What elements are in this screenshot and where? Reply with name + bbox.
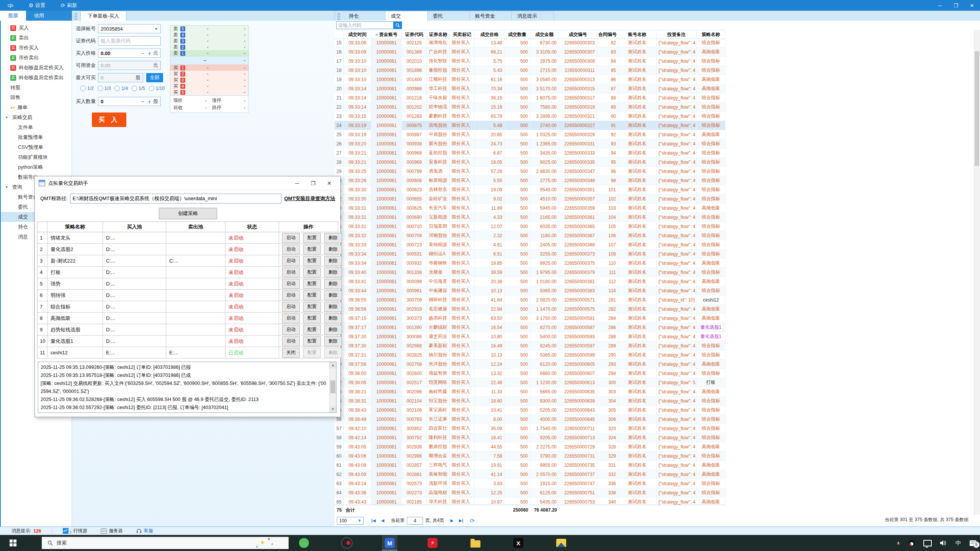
- table-row[interactable]: 3309:33:3110000061000625长安汽车限价买入11.89500…: [335, 204, 725, 213]
- sidebar-item-市价卖出[interactable]: 卖市价卖出: [1, 53, 72, 63]
- table-row[interactable]: 5309:38:2110000061002096南岭民爆限价买入11.33500…: [335, 387, 725, 396]
- table-row[interactable]: 4509:37:1510000061300373扬杰科技限价买入63.50500…: [335, 314, 725, 323]
- table-row[interactable]: 5109:38:0010000061002600领益智造限价买入13.32500…: [335, 369, 725, 378]
- 启动-button[interactable]: 启动: [282, 267, 300, 277]
- table-row[interactable]: 5709:42:1010000061300852四会富仕限价买入35.08500…: [335, 424, 725, 433]
- strategy-row[interactable]: 2量化选股2D:...未启动启动配置删除: [38, 244, 338, 255]
- buy-level-2[interactable]: 买2--: [170, 71, 248, 77]
- table-row[interactable]: 2709:33:2110000061000968蓝焰控股限价买入6.875003…: [335, 148, 725, 158]
- market-source-item[interactable]: 3 行情源: [63, 528, 87, 534]
- table-row[interactable]: 4109:33:4110000061000099中信海直限价买入20.36500…: [335, 277, 725, 286]
- table-row[interactable]: 4209:33:4410000061000961中南建设限价买入10.13500…: [335, 286, 725, 295]
- sidebar-item-python策略[interactable]: python策略: [1, 162, 72, 172]
- 配置-button[interactable]: 配置: [303, 313, 321, 323]
- 配置-button[interactable]: 配置: [303, 233, 321, 243]
- table-row[interactable]: 6209:43:0910000061002881美格智能限价买入41.14500…: [335, 470, 725, 479]
- qty-input[interactable]: 0−+股: [98, 97, 161, 106]
- app-capcut-icon[interactable]: X: [511, 535, 526, 551]
- table-row[interactable]: 2009:33:1410000061000988华工科技限价买入70.34500…: [335, 84, 725, 93]
- 删除-button[interactable]: 删除: [324, 245, 342, 254]
- tab-credit[interactable]: 信用: [26, 11, 52, 21]
- table-row[interactable]: 1909:33:1010000061001400江顺科技限价买入61.16500…: [335, 75, 725, 84]
- code-input[interactable]: 输入股票代码: [98, 36, 161, 46]
- table-row[interactable]: 3009:33:2610000061000608银星能源限价买入5.555002…: [335, 176, 725, 185]
- strategy-row[interactable]: 9趋势短线选股D:...未启动启动配置删除: [38, 324, 338, 336]
- sell-level-1[interactable]: 卖1--: [170, 50, 248, 56]
- 删除-button[interactable]: 删除: [324, 233, 342, 243]
- table-row[interactable]: 3409:33:3110000061000690宝新能源限价买入4.335002…: [335, 213, 725, 222]
- dialog-minimize-button[interactable]: ─: [289, 180, 305, 186]
- sidebar-item-策略交易[interactable]: ▼策略交易: [1, 112, 72, 122]
- table-row[interactable]: 5609:38:4910000061000783长江证券限价买入8.005004…: [335, 415, 725, 424]
- strategy-row[interactable]: 3新-测试222C:...C:...未启动启动配置删除: [38, 255, 338, 267]
- table-row[interactable]: 3609:33:3210000061000709河钢股份限价买入2.325001…: [335, 231, 725, 240]
- tab-持仓[interactable]: 持仓: [343, 11, 385, 21]
- 配置-button[interactable]: 配置: [303, 325, 321, 335]
- log-scrollbar-thumb[interactable]: [330, 380, 335, 393]
- scroll-down-icon[interactable]: ▼: [330, 406, 336, 412]
- search-button[interactable]: [394, 21, 402, 29]
- customer-service-item[interactable]: 客服: [136, 528, 153, 534]
- copilot-icon[interactable]: ✦: [260, 539, 265, 547]
- tab-stock[interactable]: 股票: [0, 11, 26, 21]
- 配置-button[interactable]: 配置: [303, 256, 321, 266]
- sell-level-3[interactable]: 卖3--: [170, 38, 248, 44]
- strategy-row[interactable]: 10量化选股1D:...未启动启动配置删除: [38, 336, 338, 347]
- table-row[interactable]: 6009:43:0610000061002996顺博合金限价买入7.585003…: [335, 452, 725, 461]
- 删除-button[interactable]: 删除: [324, 302, 342, 312]
- dialog-maximize-button[interactable]: ❐: [305, 180, 321, 186]
- app-capcut-red-icon[interactable]: ⚡: [425, 535, 440, 551]
- 删除-button[interactable]: 删除: [324, 313, 342, 323]
- maximize-button[interactable]: ❐: [948, 0, 964, 11]
- network-icon[interactable]: [923, 540, 932, 546]
- sell-level-2[interactable]: 卖2--: [170, 44, 248, 50]
- 删除-button[interactable]: 删除: [324, 336, 342, 346]
- price-plus-button[interactable]: +: [148, 51, 151, 56]
- sidebar-item-转股[interactable]: 转股: [1, 83, 72, 93]
- server-item[interactable]: 服务器: [101, 528, 122, 534]
- tab-账号资金[interactable]: 账号资金: [470, 11, 512, 21]
- table-row[interactable]: 4709:37:3010000061300086康芝药业限价买入10.80500…: [335, 332, 725, 341]
- 启动-button[interactable]: 启动: [282, 279, 300, 289]
- sell-level-5[interactable]: 卖5--: [170, 26, 248, 32]
- strategy-row[interactable]: 11ceshi12E:...E:...已启动关闭配置删除: [38, 347, 338, 359]
- log-scrollbar[interactable]: ▲ ▼: [329, 362, 336, 412]
- sidebar-item-卖出[interactable]: 卖卖出: [1, 33, 72, 43]
- table-row[interactable]: 4909:37:3110000061002825纳尔股份限价买入10.13500…: [335, 350, 725, 360]
- sidebar-item-科创板盘后定价卖出[interactable]: 卖科创板盘后定价卖出: [1, 73, 72, 83]
- last-page-button[interactable]: ▶|: [459, 518, 464, 523]
- 启动-button[interactable]: 启动: [282, 336, 300, 346]
- create-strategy-button[interactable]: 创建策略: [159, 208, 217, 219]
- 启动-button[interactable]: 启动: [282, 233, 300, 243]
- fraction-option-1/3[interactable]: 1/3: [98, 86, 111, 91]
- table-row[interactable]: 2209:33:1410000061001202炬申物流限价买入15.16500…: [335, 103, 725, 112]
- 删除-button[interactable]: 删除: [324, 267, 342, 277]
- 配置-button[interactable]: 配置: [303, 302, 321, 312]
- sidebar-item-撤单[interactable]: ↩撤单: [1, 103, 72, 112]
- search-input[interactable]: 请输入代码: [336, 21, 394, 29]
- buy-level-3[interactable]: 买3--: [170, 77, 248, 83]
- table-row[interactable]: 4409:36:5610000061002919名臣健康限价买入22.94500…: [335, 305, 725, 314]
- 配置-button[interactable]: 配置: [303, 279, 321, 289]
- buy-level-1[interactable]: 买1--: [170, 65, 248, 71]
- taskbar-search[interactable]: 搜索 ✦: [42, 537, 289, 549]
- 删除-button[interactable]: 删除: [324, 256, 342, 266]
- sort-icon[interactable]: ≡: [376, 32, 378, 37]
- table-row[interactable]: 1809:33:1010000061001896豫能控股限价买入5.435002…: [335, 66, 725, 75]
- 删除-button[interactable]: 删除: [324, 279, 342, 289]
- 启动-button[interactable]: 启动: [282, 290, 300, 300]
- refresh-button[interactable]: ⟳刷新: [60, 2, 77, 9]
- table-row[interactable]: 2309:33:1510000061001283豪鹏科技限价买入65.79500…: [335, 112, 725, 121]
- table-row[interactable]: 1709:33:1010000061002010传化智联限价买入5.755002…: [335, 57, 725, 66]
- tab-成交[interactable]: 成交: [385, 11, 428, 21]
- qmt-help-link[interactable]: QMT安装目录查询方法: [284, 195, 335, 202]
- table-row[interactable]: 2509:33:1910000061000887中鼎股份限价买入20.65500…: [335, 130, 725, 139]
- tab-委托[interactable]: 委托: [428, 11, 470, 21]
- table-row[interactable]: 3109:33:3010000061000623吉林敖东限价买入19.09500…: [335, 185, 725, 194]
- app-photos-icon[interactable]: [554, 535, 569, 551]
- table-row[interactable]: 6109:43:0910000061002857三晖电气限价买入19.91500…: [335, 461, 725, 470]
- table-row[interactable]: 2409:33:1910000061000875吉电股份限价买入5.485002…: [335, 121, 725, 130]
- minimize-button[interactable]: ─: [932, 0, 948, 11]
- strategy-row[interactable]: 4打板D:...未启动启动配置删除: [38, 267, 338, 278]
- sidebar-item-买入[interactable]: 买买入: [1, 23, 72, 33]
